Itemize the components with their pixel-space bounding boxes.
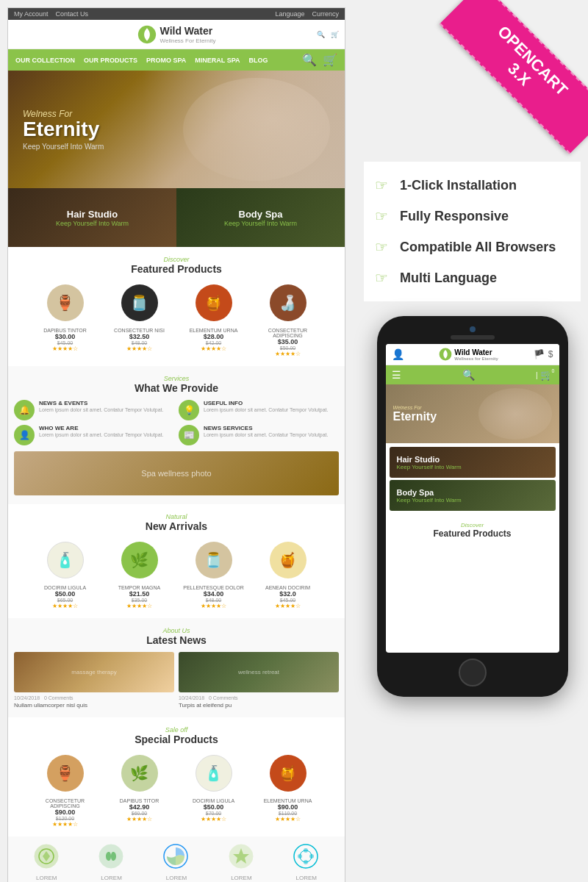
latest-news-section: About Us Latest News massage therapy 10/…: [8, 618, 345, 717]
product-stars: ★★★★☆: [179, 816, 248, 822]
list-item[interactable]: 🍯 AENEAN DOCIRIM $32.0 $45.00 ★★★★☆: [253, 538, 323, 609]
product-price: $35.00: [253, 338, 323, 345]
list-item[interactable]: 🧴 DOCIRIM LIGULA $50.00 $70.00 ★★★★☆: [179, 751, 248, 828]
product-stars: ★★★★☆: [104, 816, 174, 822]
nav-search-icon[interactable]: 🔍: [302, 53, 317, 67]
list-item[interactable]: massage therapy 10/24/2018 0 Comments Nu…: [14, 652, 174, 709]
product-old-price: $120.00: [30, 816, 100, 821]
nav-promo-spa[interactable]: PROMO SPA: [146, 57, 186, 64]
news-image-2: wellness retreat: [179, 652, 339, 692]
list-item[interactable]: LOREM: [98, 844, 124, 881]
body-spa-title: Body Spa: [239, 209, 283, 220]
special-products-grid: 🏺 CONSECTETUR ADIPISCING $90.00 $120.00 …: [14, 751, 339, 828]
phone-hamburger-icon[interactable]: ☰: [392, 369, 401, 381]
brand-name-2: LOREM: [98, 875, 124, 881]
list-item[interactable]: LOREM: [293, 844, 319, 881]
featured-title: Featured Products: [14, 263, 339, 275]
services-section: Services What We Provide 🔔 NEWS & EVENTS…: [8, 366, 345, 504]
my-account-link[interactable]: My Account: [14, 10, 49, 18]
list-item[interactable]: LOREM: [163, 844, 189, 881]
phone-hair-studio-sub: Keep Yourself Into Warm: [397, 464, 462, 470]
product-price: $50.00: [30, 590, 100, 598]
nav-blog[interactable]: BLOG: [249, 57, 268, 64]
brand-name-4: LOREM: [229, 875, 254, 881]
phone-cart-badge: 0: [548, 366, 557, 375]
currency-selector[interactable]: Currency: [312, 10, 339, 18]
phone-search-icon[interactable]: 🔍: [462, 369, 475, 381]
phone-hero: Welness For Eternity: [386, 384, 559, 443]
nav-products[interactable]: OUR PRODUCTS: [84, 57, 137, 64]
product-stars: ★★★★☆: [253, 816, 323, 822]
list-item[interactable]: LOREM: [34, 844, 60, 881]
hair-studio-category[interactable]: Hair Studio Keep Yourself Into Warm: [8, 188, 176, 247]
news-label: About Us: [14, 627, 339, 634]
product-old-price: $48.00: [179, 598, 248, 603]
phone-nav: ☰ 🔍 | 🛒 0: [386, 365, 559, 384]
services-grid: 🔔 NEWS & EVENTS Lorem ipsum dolor sit am…: [14, 400, 339, 445]
phone-separator: |: [536, 371, 538, 379]
product-old-price: $48.00: [104, 340, 174, 345]
body-spa-category[interactable]: Body Spa Keep Yourself Into Warm: [176, 188, 345, 247]
product-stars: ★★★★☆: [104, 345, 174, 352]
product-price: $42.90: [104, 803, 174, 811]
special-title: Special Products: [14, 734, 339, 745]
product-price: $21.50: [104, 590, 174, 598]
list-item[interactable]: 🍯 ELEMENTUM URNA $28.00 $42.00 ★★★★☆: [179, 281, 248, 357]
featured-products-grid: 🏺 DAPIBUS TINTOR $30.00 $45.00 ★★★★☆ 🫙 C…: [14, 281, 339, 357]
svg-point-11: [298, 854, 302, 858]
list-item[interactable]: 🫙 PELLENTESQUE DOLOR $34.00 $48.00 ★★★★☆: [179, 538, 248, 609]
brand-logo-3: [163, 844, 189, 870]
feature-responsive: ☞ Fully Responsive: [375, 207, 570, 225]
search-icon[interactable]: 🔍: [317, 31, 325, 38]
phone-hair-studio[interactable]: Hair Studio Keep Yourself Into Warm: [390, 447, 556, 478]
product-name: DOCIRIM LIGULA: [179, 798, 248, 803]
brand-logo-1: [34, 844, 60, 870]
phone-camera: [470, 326, 476, 332]
nav-mineral-spa[interactable]: MINERAL SPA: [195, 57, 240, 64]
list-item[interactable]: 🌿 DAPIBUS TITOR $42.90 $60.00 ★★★★☆: [104, 751, 174, 828]
list-item[interactable]: 🌿 TEMPOR MAGNA $21.50 $35.00 ★★★★☆: [104, 538, 174, 609]
phone-currency-icon: $: [548, 349, 553, 359]
feature-browsers: ☞ Compatible All Browsers: [375, 238, 570, 256]
list-item: 💡 USEFUL INFO Lorem ipsum dolor sit amet…: [179, 400, 339, 420]
list-item[interactable]: LOREM: [229, 844, 254, 881]
product-old-price: $60.00: [104, 811, 174, 816]
hair-studio-sub: Keep Yourself Into Warm: [56, 220, 129, 227]
product-name: DAPIBUS TINTOR: [30, 328, 100, 333]
news-comments-1: 0 Comments: [44, 695, 74, 700]
news-events-icon: 🔔: [14, 400, 35, 420]
product-stars: ★★★★☆: [30, 821, 100, 828]
phone-logo: Wild Water Wellness for Eternity: [439, 348, 498, 361]
opencart-ribbon: OPENCART3.X: [426, 0, 588, 162]
nav-cart-icon[interactable]: 🛒: [323, 53, 337, 67]
phone-body-spa[interactable]: Body Spa Keep Yourself Into Warm: [390, 480, 556, 511]
phone-home-button[interactable]: [459, 659, 487, 686]
list-item[interactable]: 🧴 DOCIRIM LIGULA $50.00 $65.00 ★★★★☆: [30, 538, 100, 609]
list-item[interactable]: wellness retreat 10/24/2018 0 Comments T…: [179, 652, 339, 709]
contact-us-link[interactable]: Contact Us: [56, 10, 89, 18]
phone-hero-title: Eternity: [393, 410, 437, 423]
feature-text-1: 1-Click Installation: [400, 178, 517, 193]
product-old-price: $70.00: [179, 811, 248, 816]
cart-icon[interactable]: 🛒: [331, 31, 339, 38]
category-row: Hair Studio Keep Yourself Into Warm Body…: [8, 188, 345, 247]
hero-banner: Welness For Eternity Keep Yourself Into …: [8, 71, 345, 188]
list-item[interactable]: 🏺 DAPIBUS TINTOR $30.00 $45.00 ★★★★☆: [30, 281, 100, 357]
brand-logo-4: [229, 844, 254, 870]
ribbon-text: OPENCART3.X: [440, 0, 588, 154]
svg-point-7: [294, 845, 318, 868]
product-stars: ★★★★☆: [179, 603, 248, 609]
language-selector[interactable]: Language: [275, 10, 304, 18]
phone-mockup: 👤 Wild Water Wellness for Eternity 🏴 $: [377, 316, 568, 697]
phone-header: 👤 Wild Water Wellness for Eternity 🏴 $: [386, 344, 559, 365]
phone-user-icon: 👤: [392, 348, 404, 360]
list-item[interactable]: 🏺 CONSECTETUR ADIPISCING $90.00 $120.00 …: [30, 751, 100, 828]
product-price: $30.00: [30, 333, 100, 340]
new-arrivals-section: Natural New Arrivals 🧴 DOCIRIM LIGULA $5…: [8, 504, 345, 618]
list-item[interactable]: 🍯 ELEMENTUM URNA $90.00 $110.00 ★★★★☆: [253, 751, 323, 828]
list-item[interactable]: 🫙 CONSECTETUR NISI $32.50 $48.00 ★★★★☆: [104, 281, 174, 357]
product-name: CONSECTETUR NISI: [104, 328, 174, 333]
list-item[interactable]: 🍶 CONSECTETUR ADIPISCING $35.00 $50.00 ★…: [253, 281, 323, 357]
phone-cart-icon[interactable]: 🛒 0: [540, 369, 553, 381]
nav-collection[interactable]: OUR COLLECTION: [15, 57, 75, 64]
